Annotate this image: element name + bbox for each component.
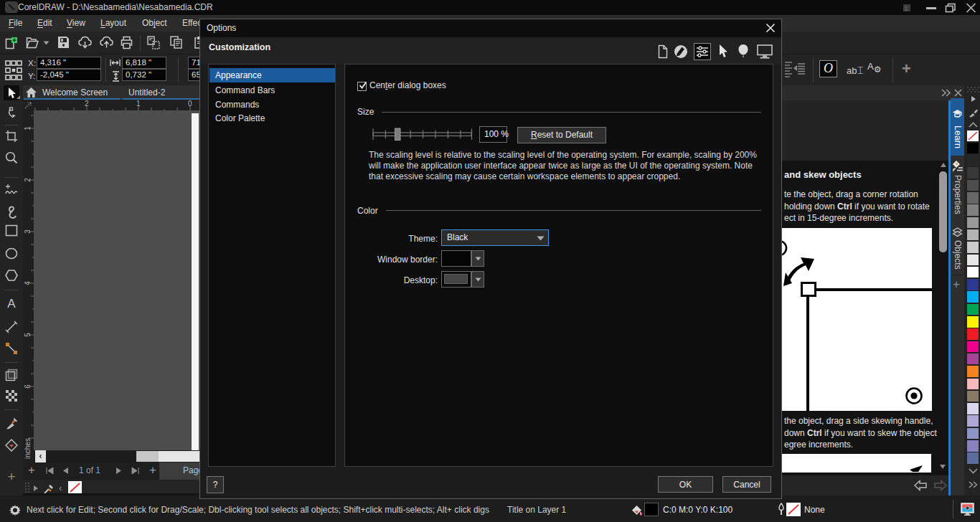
svg-text:2: 2 bbox=[85, 100, 89, 108]
svg-text:2: 2 bbox=[24, 178, 32, 182]
svg-text:5: 5 bbox=[24, 333, 32, 337]
svg-text:6: 6 bbox=[24, 384, 32, 389]
svg-text:1: 1 bbox=[136, 100, 141, 108]
svg-text:1: 1 bbox=[24, 126, 32, 130]
svg-text:3: 3 bbox=[24, 229, 32, 234]
svg-text:inches: inches bbox=[24, 438, 32, 459]
svg-text:0: 0 bbox=[188, 100, 192, 108]
svg-text:4: 4 bbox=[24, 281, 32, 285]
